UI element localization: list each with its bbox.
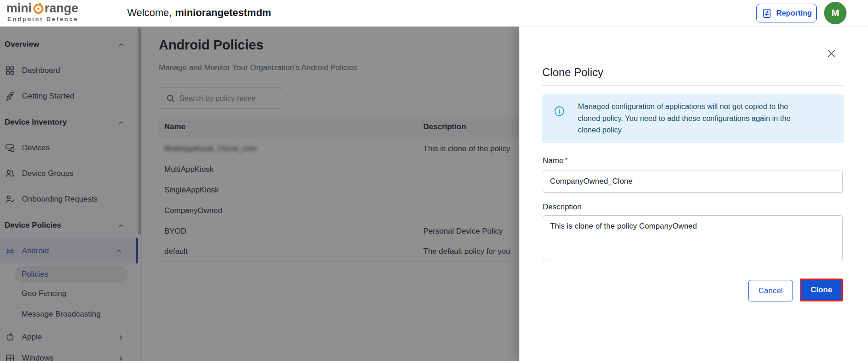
avatar-initial: M [831,8,839,18]
policy-name-input[interactable] [543,170,843,193]
close-icon[interactable] [825,47,838,60]
welcome-message: Welcome,miniorangetestmdm [127,7,271,19]
brand-subtitle: Endpoint Defence [7,16,78,22]
orange-logo-icon [32,2,44,14]
brand-logo[interactable]: mini range Endpoint Defence [6,1,78,22]
welcome-prefix: Welcome, [127,7,172,18]
brand-text-range: range [45,1,79,15]
policy-description-textarea[interactable]: This is clone of the policy CompanyOwned [543,215,843,261]
app-root: mini range Endpoint Defence Welcome,mini… [0,0,868,361]
top-header: mini range Endpoint Defence Welcome,mini… [0,0,868,27]
reporting-label: Reporting [776,9,812,17]
name-field-label: Name* [543,156,568,165]
info-banner: Managed configuration of applications wi… [542,94,844,143]
info-icon [554,105,565,119]
divider [542,85,844,86]
drawer-title: Clone Policy [542,66,603,79]
clone-policy-drawer: Clone Policy Managed configuration of ap… [519,27,868,361]
info-line: cloned policy [578,124,834,136]
description-field-label: Description [543,202,582,212]
user-avatar[interactable]: M [824,2,846,24]
reporting-button[interactable]: Reporting [756,4,817,22]
clone-button[interactable]: Clone [801,280,841,300]
cancel-button[interactable]: Cancel [748,280,793,301]
description-label-text: Description [543,202,582,211]
annotation-highlight-box: Clone [800,279,843,301]
welcome-username: miniorangetestmdm [175,7,271,18]
drawer-backdrop[interactable] [0,27,519,361]
info-banner-text: Managed configuration of applications wi… [578,101,834,136]
brand-text-mini: mini [6,1,32,15]
report-document-icon [761,8,772,19]
name-label-text: Name [543,156,563,165]
info-line: Managed configuration of applications wi… [578,101,834,113]
required-asterisk: * [565,156,568,165]
info-line: cloned policy. You need to add these con… [578,113,834,125]
